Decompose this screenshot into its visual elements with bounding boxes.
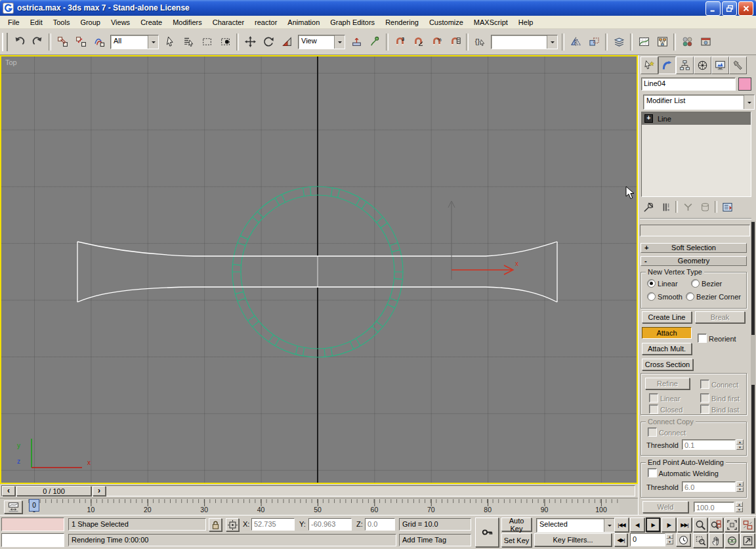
chevron-down-icon[interactable] [604, 519, 614, 532]
radio-linear[interactable]: Linear [647, 279, 678, 288]
key-filter-selection-dropdown[interactable]: Selected [536, 518, 615, 533]
menu-item-create[interactable]: Create [135, 17, 167, 28]
reorient-checkbox[interactable]: Reorient [698, 334, 736, 343]
select-by-name-icon[interactable] [179, 33, 198, 51]
curve-editor-icon[interactable] [635, 33, 653, 51]
dogbone-spline[interactable] [77, 242, 557, 302]
use-pivot-point-icon[interactable] [347, 33, 366, 51]
previous-frame-arrow[interactable]: ‹ [2, 486, 15, 496]
cross-section-button[interactable]: Cross Section [642, 359, 693, 370]
menu-item-views[interactable]: Views [106, 17, 135, 28]
tab-motion[interactable] [694, 56, 711, 74]
key-filters-button[interactable]: Key Filters... [534, 533, 612, 546]
bind-last-checkbox[interactable]: Bind last [700, 405, 739, 414]
redo-icon[interactable] [28, 33, 47, 51]
maxscript-mini-listener-pink[interactable] [1, 517, 64, 531]
radio-smooth[interactable]: Smooth [647, 292, 682, 301]
menu-item-reactor[interactable]: reactor [249, 17, 282, 28]
expand-icon[interactable]: + [644, 114, 653, 123]
connect-threshold-field[interactable]: 0.1 [682, 439, 736, 450]
viewport-grid[interactable]: x y z x Top [1, 56, 637, 483]
arc-rotate-button[interactable] [724, 533, 739, 548]
automatic-welding-checkbox[interactable]: Automatic Welding [648, 468, 719, 477]
chevron-down-icon[interactable] [547, 35, 557, 49]
modifier-stack[interactable]: + Line [641, 112, 751, 197]
rollout-soft-selection[interactable]: + Soft Selection [640, 243, 747, 253]
chevron-down-icon[interactable] [334, 35, 345, 49]
zoom-extents-button[interactable] [724, 517, 739, 532]
menu-item-tools[interactable]: Tools [48, 17, 75, 28]
remove-modifier-icon[interactable] [698, 200, 712, 214]
rollout-expand-icon[interactable]: + [644, 244, 648, 252]
tab-display[interactable] [711, 56, 729, 74]
edit-named-selections-icon[interactable]: {} [471, 33, 489, 51]
spinner-snap-icon[interactable] [446, 33, 464, 51]
select-and-link-icon[interactable] [53, 33, 72, 51]
layer-manager-icon[interactable] [610, 33, 628, 51]
menu-item-edit[interactable]: Edit [25, 17, 48, 28]
render-scene-icon[interactable] [696, 33, 715, 51]
snap-toggle-3d-icon[interactable]: 3 [390, 33, 409, 51]
previous-frame-button[interactable]: ◀| [630, 517, 644, 532]
show-end-result-icon[interactable] [658, 200, 673, 214]
panel-scrollbar[interactable] [751, 221, 755, 515]
set-key-button[interactable]: Set Key [501, 533, 532, 547]
material-editor-icon[interactable] [678, 33, 696, 51]
title-bar[interactable]: ostrica.max - 3ds max 7 - Stand-alone Li… [0, 0, 756, 16]
reference-coordinate-system-dropdown[interactable]: View [298, 35, 345, 49]
create-line-button[interactable]: Create Line [642, 311, 692, 323]
region-zoom-button[interactable] [693, 533, 707, 548]
auto-key-button[interactable]: Auto Key [501, 517, 532, 531]
tab-modify[interactable] [658, 56, 676, 74]
menu-item-character[interactable]: Character [207, 17, 249, 28]
unlink-selection-icon[interactable] [72, 33, 90, 51]
menu-item-group[interactable]: Group [75, 17, 106, 28]
chevron-down-icon[interactable] [744, 95, 754, 109]
chevron-down-icon[interactable] [148, 35, 158, 49]
menu-item-graph-editors[interactable]: Graph Editors [325, 17, 380, 28]
attach-button[interactable]: Attach [642, 327, 692, 339]
track-bar-ruler[interactable]: 0102030405060708090100 0 [26, 498, 620, 516]
menu-item-rendering[interactable]: Rendering [380, 17, 424, 28]
close-button[interactable] [738, 1, 753, 16]
named-selection-sets-dropdown[interactable] [491, 35, 558, 49]
modifier-list-dropdown[interactable]: Modifier List [643, 95, 755, 110]
y-coordinate-field[interactable]: -60.963 [308, 518, 352, 531]
configure-modifier-sets-icon[interactable] [720, 200, 734, 214]
schematic-view-icon[interactable] [653, 33, 671, 51]
select-and-scale-icon[interactable] [278, 33, 296, 51]
bind-to-space-warp-icon[interactable] [90, 33, 108, 51]
object-name-field[interactable]: Line04 [641, 77, 736, 91]
weld-button[interactable]: Weld [642, 501, 688, 513]
next-frame-button[interactable]: |▶ [662, 517, 676, 532]
maxscript-mini-listener-white[interactable] [1, 533, 64, 547]
mirror-icon[interactable] [566, 33, 585, 51]
set-keys-button[interactable] [475, 517, 499, 547]
refine-button[interactable]: Refine [645, 378, 690, 389]
pin-stack-icon[interactable] [641, 200, 656, 214]
viewport-label[interactable]: Top [5, 58, 17, 66]
menu-item-animation[interactable]: Animation [282, 17, 325, 28]
time-slider-thumb[interactable]: 0 / 100 [16, 486, 91, 496]
frame-spinner[interactable]: ▲▼ [666, 534, 673, 544]
zoom-button[interactable] [693, 517, 707, 532]
gizmo-x-axis[interactable]: x [452, 260, 518, 274]
restore-button[interactable] [722, 1, 737, 16]
toolbar-grip[interactable] [2, 33, 8, 51]
angle-snap-icon[interactable] [409, 33, 427, 51]
select-object-icon[interactable] [161, 33, 179, 51]
menu-item-customize[interactable]: Customize [424, 17, 469, 28]
zoom-extents-all-button[interactable] [740, 517, 755, 532]
min-max-toggle-button[interactable] [740, 533, 755, 548]
undo-icon[interactable] [10, 33, 28, 51]
select-and-rotate-icon[interactable] [259, 33, 278, 51]
window-crossing-icon[interactable] [216, 33, 234, 51]
select-and-manipulate-icon[interactable] [366, 33, 384, 51]
radio-bezier[interactable]: Bezier [691, 279, 722, 288]
zoom-all-button[interactable] [709, 517, 723, 532]
open-mini-curve-editor-button[interactable] [4, 500, 22, 514]
rectangular-selection-region-icon[interactable] [198, 33, 216, 51]
bind-first-checkbox[interactable]: Bind first [700, 393, 740, 403]
top-viewport[interactable]: x y z x Top [0, 55, 638, 484]
time-configuration-button[interactable] [676, 533, 690, 546]
